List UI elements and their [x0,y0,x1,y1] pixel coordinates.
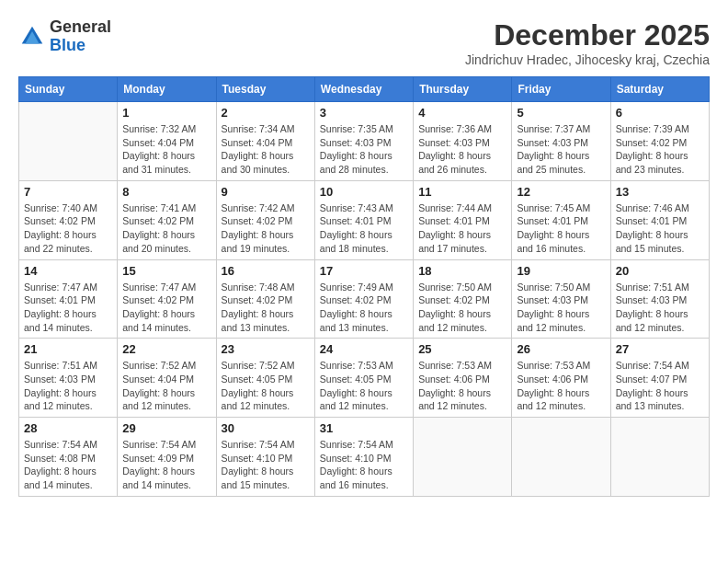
day-number: 4 [418,106,506,120]
day-info: Sunrise: 7:47 AM Sunset: 4:02 PM Dayligh… [122,281,210,335]
weekday-header: Tuesday [216,77,314,102]
logo-icon [18,23,46,51]
weekday-header: Saturday [610,77,709,102]
day-info: Sunrise: 7:54 AM Sunset: 4:10 PM Dayligh… [222,438,310,492]
location: Jindrichuv Hradec, Jihocesky kraj, Czech… [465,52,710,67]
day-info: Sunrise: 7:52 AM Sunset: 4:05 PM Dayligh… [222,359,310,413]
day-number: 15 [122,264,210,278]
day-number: 30 [222,421,310,435]
calendar-week-row: 21Sunrise: 7:51 AM Sunset: 4:03 PM Dayli… [19,339,710,418]
day-info: Sunrise: 7:46 AM Sunset: 4:01 PM Dayligh… [616,201,704,256]
day-number: 21 [24,342,112,356]
calendar-cell: 21Sunrise: 7:51 AM Sunset: 4:03 PM Dayli… [19,339,118,418]
day-info: Sunrise: 7:53 AM Sunset: 4:06 PM Dayligh… [517,359,605,413]
day-info: Sunrise: 7:45 AM Sunset: 4:01 PM Dayligh… [517,201,605,256]
day-info: Sunrise: 7:32 AM Sunset: 4:04 PM Dayligh… [122,122,210,177]
weekday-header: Thursday [414,77,512,102]
day-info: Sunrise: 7:51 AM Sunset: 4:03 PM Dayligh… [24,359,112,413]
page-header: General Blue December 2025 Jindrichuv Hr… [18,18,710,67]
day-info: Sunrise: 7:41 AM Sunset: 4:02 PM Dayligh… [122,201,210,256]
weekday-header: Monday [118,77,216,102]
calendar-cell: 26Sunrise: 7:53 AM Sunset: 4:06 PM Dayli… [512,339,610,418]
calendar-cell: 23Sunrise: 7:52 AM Sunset: 4:05 PM Dayli… [216,339,314,418]
calendar-week-row: 28Sunrise: 7:54 AM Sunset: 4:08 PM Dayli… [19,418,710,497]
calendar-cell: 31Sunrise: 7:54 AM Sunset: 4:10 PM Dayli… [314,418,413,497]
calendar-cell: 6Sunrise: 7:39 AM Sunset: 4:02 PM Daylig… [610,102,709,181]
calendar-cell: 2Sunrise: 7:34 AM Sunset: 4:04 PM Daylig… [216,102,314,181]
day-info: Sunrise: 7:35 AM Sunset: 4:03 PM Dayligh… [320,122,408,177]
calendar-cell: 22Sunrise: 7:52 AM Sunset: 4:04 PM Dayli… [118,339,216,418]
calendar-cell: 8Sunrise: 7:41 AM Sunset: 4:02 PM Daylig… [118,180,216,259]
calendar-week-row: 1Sunrise: 7:32 AM Sunset: 4:04 PM Daylig… [19,102,710,181]
day-number: 27 [616,342,704,356]
day-info: Sunrise: 7:48 AM Sunset: 4:02 PM Dayligh… [222,281,310,335]
weekday-header: Sunday [19,77,118,102]
day-number: 2 [222,106,310,120]
day-number: 17 [320,264,408,278]
day-info: Sunrise: 7:39 AM Sunset: 4:02 PM Dayligh… [616,122,704,177]
calendar-cell: 19Sunrise: 7:50 AM Sunset: 4:03 PM Dayli… [512,259,610,339]
calendar-cell: 24Sunrise: 7:53 AM Sunset: 4:05 PM Dayli… [314,339,413,418]
day-number: 10 [320,185,408,199]
calendar-cell: 28Sunrise: 7:54 AM Sunset: 4:08 PM Dayli… [19,418,118,497]
day-number: 28 [24,421,112,435]
day-number: 23 [222,342,310,356]
day-number: 20 [616,264,704,278]
calendar-cell: 5Sunrise: 7:37 AM Sunset: 4:03 PM Daylig… [512,102,610,181]
day-info: Sunrise: 7:51 AM Sunset: 4:03 PM Dayligh… [616,281,704,335]
calendar-cell: 15Sunrise: 7:47 AM Sunset: 4:02 PM Dayli… [118,259,216,339]
day-number: 14 [24,264,112,278]
day-info: Sunrise: 7:43 AM Sunset: 4:01 PM Dayligh… [320,201,408,256]
calendar-cell: 29Sunrise: 7:54 AM Sunset: 4:09 PM Dayli… [118,418,216,497]
calendar-cell: 10Sunrise: 7:43 AM Sunset: 4:01 PM Dayli… [314,180,413,259]
calendar-week-row: 7Sunrise: 7:40 AM Sunset: 4:02 PM Daylig… [19,180,710,259]
day-number: 25 [418,342,506,356]
day-info: Sunrise: 7:42 AM Sunset: 4:02 PM Dayligh… [222,201,310,256]
day-info: Sunrise: 7:53 AM Sunset: 4:06 PM Dayligh… [418,359,506,413]
day-info: Sunrise: 7:50 AM Sunset: 4:03 PM Dayligh… [517,281,605,335]
day-number: 6 [616,106,704,120]
day-number: 16 [222,264,310,278]
day-number: 1 [122,106,210,120]
day-number: 29 [122,421,210,435]
calendar-cell [512,418,610,497]
day-number: 22 [122,342,210,356]
day-number: 12 [517,185,605,199]
calendar-cell: 11Sunrise: 7:44 AM Sunset: 4:01 PM Dayli… [414,180,512,259]
day-number: 26 [517,342,605,356]
day-info: Sunrise: 7:53 AM Sunset: 4:05 PM Dayligh… [320,359,408,413]
calendar-cell [414,418,512,497]
month-title: December 2025 [465,18,710,52]
calendar-cell: 30Sunrise: 7:54 AM Sunset: 4:10 PM Dayli… [216,418,314,497]
weekday-header: Wednesday [314,77,413,102]
day-info: Sunrise: 7:54 AM Sunset: 4:07 PM Dayligh… [616,359,704,413]
day-number: 7 [24,185,112,199]
calendar-cell: 20Sunrise: 7:51 AM Sunset: 4:03 PM Dayli… [610,259,709,339]
logo-blue: Blue [50,37,111,55]
logo-general: General [50,18,111,37]
day-number: 5 [517,106,605,120]
day-info: Sunrise: 7:52 AM Sunset: 4:04 PM Dayligh… [122,359,210,413]
day-info: Sunrise: 7:49 AM Sunset: 4:02 PM Dayligh… [320,281,408,335]
day-info: Sunrise: 7:47 AM Sunset: 4:01 PM Dayligh… [24,281,112,335]
day-number: 9 [222,185,310,199]
day-number: 8 [122,185,210,199]
calendar-week-row: 14Sunrise: 7:47 AM Sunset: 4:01 PM Dayli… [19,259,710,339]
day-number: 18 [418,264,506,278]
calendar-cell: 18Sunrise: 7:50 AM Sunset: 4:02 PM Dayli… [414,259,512,339]
logo-text: General Blue [50,18,111,55]
calendar-cell: 27Sunrise: 7:54 AM Sunset: 4:07 PM Dayli… [610,339,709,418]
calendar-cell: 16Sunrise: 7:48 AM Sunset: 4:02 PM Dayli… [216,259,314,339]
calendar-cell: 7Sunrise: 7:40 AM Sunset: 4:02 PM Daylig… [19,180,118,259]
calendar-cell: 4Sunrise: 7:36 AM Sunset: 4:03 PM Daylig… [414,102,512,181]
calendar-cell: 17Sunrise: 7:49 AM Sunset: 4:02 PM Dayli… [314,259,413,339]
day-info: Sunrise: 7:37 AM Sunset: 4:03 PM Dayligh… [517,122,605,177]
day-number: 11 [418,185,506,199]
day-number: 13 [616,185,704,199]
calendar-cell: 3Sunrise: 7:35 AM Sunset: 4:03 PM Daylig… [314,102,413,181]
calendar-cell [610,418,709,497]
day-info: Sunrise: 7:44 AM Sunset: 4:01 PM Dayligh… [418,201,506,256]
calendar-cell: 13Sunrise: 7:46 AM Sunset: 4:01 PM Dayli… [610,180,709,259]
day-info: Sunrise: 7:34 AM Sunset: 4:04 PM Dayligh… [222,122,310,177]
day-info: Sunrise: 7:54 AM Sunset: 4:09 PM Dayligh… [122,438,210,492]
